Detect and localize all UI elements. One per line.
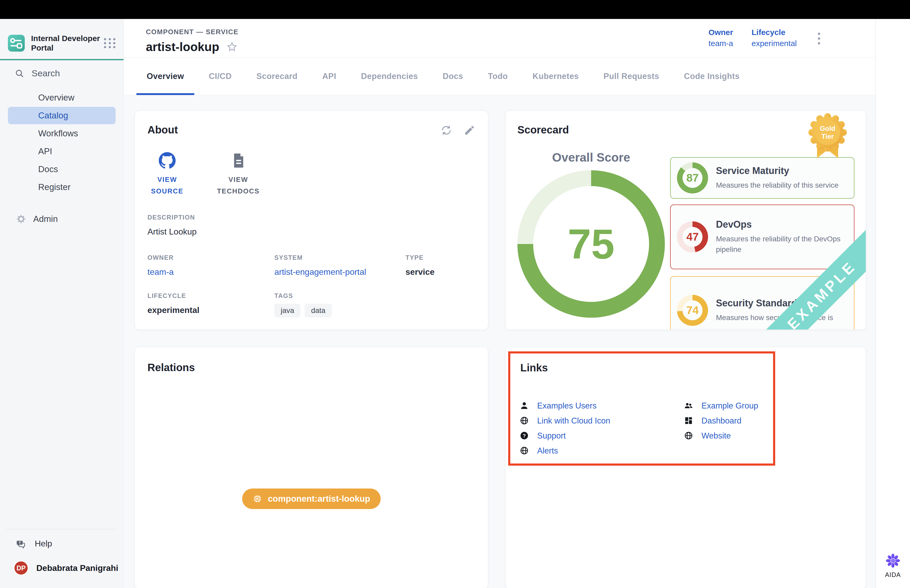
edit-pencil-icon[interactable] [464,124,475,136]
entity-tabs: Overview CI/CD Scorecard API Dependencie… [124,57,876,95]
aida-flower-icon [886,553,900,568]
svg-text:?: ? [523,433,526,438]
tab-dependencies[interactable]: Dependencies [349,58,430,95]
link-support[interactable]: ? Support [520,428,610,443]
tab-scorecard[interactable]: Scorecard [244,58,310,95]
description-label: DESCRIPTION [147,214,475,221]
sidebar-item-overview[interactable]: Overview [8,89,116,106]
tab-overview[interactable]: Overview [134,58,196,95]
links-title: Links [520,362,763,374]
header-owner[interactable]: Owner team-a [709,28,733,48]
apps-grid-icon[interactable] [104,38,116,48]
sidebar-item-docs[interactable]: Docs [8,161,116,178]
person-icon [520,401,529,410]
links-card: Links Examples Users [505,347,866,588]
help-icon: ? [520,431,529,441]
more-menu-icon[interactable] [818,28,820,48]
score-item-service-maturity[interactable]: 87 Service Maturity Measures the reliabi… [670,157,855,199]
score-ring: 47 [677,221,708,252]
view-techdocs-label: VIEW TECHDOCS [217,174,260,197]
sidebar-item-register[interactable]: Register [8,178,116,196]
techdocs-file-icon [230,152,247,169]
svg-text:Gold: Gold [819,124,835,132]
svg-text:Tier: Tier [821,132,834,140]
aida-widget[interactable]: AIDA [885,553,901,578]
link-example-group[interactable]: Example Group [684,398,758,413]
system-link[interactable]: artist-engagement-portal [274,267,406,277]
help-button[interactable]: ? Help [0,529,123,549]
dashboard-icon [684,416,693,426]
link-dashboard[interactable]: Dashboard [684,413,758,428]
field-tags: TAGS java data [274,292,406,317]
about-card: About [134,111,488,330]
field-lifecycle: LIFECYCLE experimental [147,292,274,317]
favorite-star-icon[interactable] [226,41,238,53]
app-title: Internal Developer Portal [31,34,102,53]
score-item-description: Measures the reliability of the DevOps p… [716,234,842,255]
description-value: Artist Lookup [147,227,475,237]
tab-todo[interactable]: Todo [475,58,520,95]
owner-label: Owner [709,28,733,37]
tab-code-insights[interactable]: Code Insights [672,58,752,95]
system-top-bar [0,0,910,19]
owner-link[interactable]: team-a [147,267,274,277]
github-icon [159,152,176,169]
overall-score-donut: 75 [517,170,665,318]
globe-icon [520,446,529,456]
lifecycle-value: experimental [752,39,797,48]
sidebar-item-admin[interactable]: Admin [0,210,123,228]
field-type: TYPE service [406,254,475,277]
help-label: Help [35,539,52,549]
user-name: Debabrata Panigrahi [36,563,118,573]
search-label: Search [32,68,60,78]
user-menu[interactable]: DP Debabrata Panigrahi [0,549,123,588]
tab-kubernetes[interactable]: Kubernetes [520,58,592,95]
search-icon [15,69,24,78]
globe-icon [684,431,693,441]
sidebar-item-api[interactable]: API [8,143,116,160]
entity-header: COMPONENT — SERVICE artist-lookup Owner … [124,19,876,57]
relations-title: Relations [147,362,475,373]
tab-docs[interactable]: Docs [430,58,475,95]
refresh-icon[interactable] [441,124,452,136]
tag-chip[interactable]: java [274,304,301,317]
sidebar: Internal Developer Portal Search Overvie… [0,19,124,588]
sidebar-search[interactable]: Search [0,60,123,78]
sidebar-nav: Overview Catalog Workflows API Docs Regi… [0,89,123,228]
chip-component-icon [252,494,262,504]
overall-score-label: Overall Score [517,150,665,165]
link-alerts[interactable]: Alerts [520,443,610,458]
link-examples-users[interactable]: Examples Users [520,398,610,413]
tag-chip[interactable]: data [305,304,332,317]
page-title: artist-lookup [146,40,219,54]
view-source-label: VIEW SOURCE [147,174,187,197]
field-owner: OWNER team-a [147,254,274,277]
score-ring: 87 [677,162,708,194]
avatar: DP [13,560,29,576]
score-item-title: DevOps [716,219,842,230]
link-with-cloud-icon[interactable]: Link with Cloud Icon [520,413,610,428]
owner-value[interactable]: team-a [709,39,733,48]
sidebar-item-workflows[interactable]: Workflows [8,125,116,142]
tab-cicd[interactable]: CI/CD [196,58,244,95]
tab-api[interactable]: API [310,58,349,95]
aida-label: AIDA [885,571,901,578]
link-website[interactable]: Website [684,428,758,443]
score-item-devops[interactable]: 47 DevOps Measures the reliability of th… [670,205,855,269]
relations-chip-label: component:artist-lookup [268,494,370,504]
score-ring: 74 [677,295,708,326]
gold-tier-badge: Gold Tier [808,113,847,160]
relations-entity-chip[interactable]: component:artist-lookup [242,488,381,509]
score-item-description: Measures the reliability of this service [716,180,838,191]
scorecard-title: Scorecard [517,124,854,136]
help-chat-icon: ? [16,539,26,549]
overall-score-value: 75 [517,170,665,318]
tab-pull-requests[interactable]: Pull Requests [591,58,672,95]
view-source-button[interactable]: VIEW SOURCE [147,152,187,197]
globe-icon [520,416,529,426]
right-panel: AIDA [876,19,910,588]
lifecycle-label: Lifecycle [752,28,797,37]
sidebar-item-catalog[interactable]: Catalog [8,107,116,124]
main-content: COMPONENT — SERVICE artist-lookup Owner … [124,19,876,588]
view-techdocs-button[interactable]: VIEW TECHDOCS [218,152,258,197]
